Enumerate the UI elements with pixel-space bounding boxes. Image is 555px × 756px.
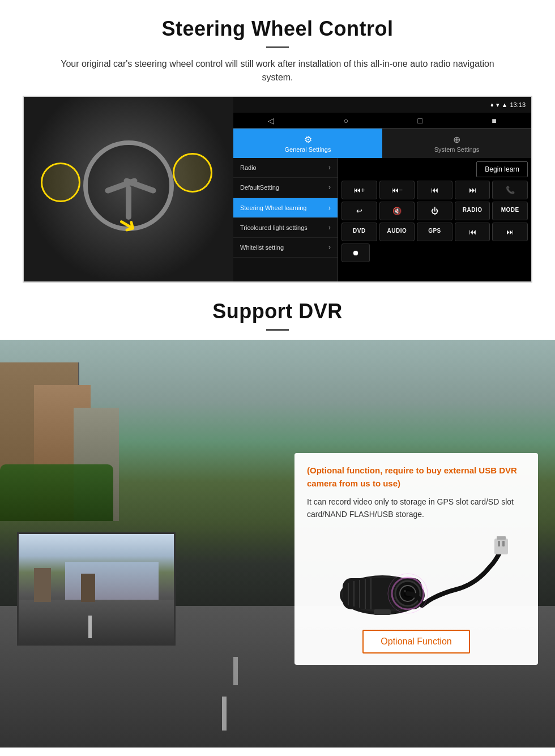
dvr-optional-text: (Optional function, require to buy exter… bbox=[307, 464, 526, 490]
usb-notch-2 bbox=[502, 541, 505, 546]
menu-item-steering-wheel[interactable]: Steering Wheel learning › bbox=[233, 198, 338, 218]
control-row-4: ⏺ bbox=[341, 244, 528, 262]
wifi-icon: ▲ bbox=[502, 101, 508, 108]
menu-nav-icon[interactable]: ■ bbox=[492, 116, 496, 125]
location-icon: ♦ bbox=[490, 101, 494, 108]
status-icons: ♦ ▾ ▲ 13:13 bbox=[490, 101, 526, 109]
menu-default-label: DefaultSetting bbox=[240, 183, 279, 191]
inner-road bbox=[19, 600, 174, 644]
cam-mount bbox=[374, 609, 391, 615]
android-navbar: ◁ ○ □ ■ bbox=[233, 113, 531, 129]
lane-mark-2 bbox=[233, 657, 238, 685]
optional-function-button[interactable]: Optional Function bbox=[362, 630, 469, 654]
android-statusbar: ♦ ▾ ▲ 13:13 bbox=[233, 97, 531, 113]
inner-car-2 bbox=[81, 574, 95, 602]
inner-car bbox=[34, 568, 51, 602]
btn-mute[interactable]: 🔇 bbox=[379, 202, 415, 220]
steering-demo-area: ➜ ♦ ▾ ▲ 13:13 ◁ ○ □ ■ bbox=[23, 96, 532, 283]
menu-item-default-setting[interactable]: DefaultSetting › bbox=[233, 178, 338, 198]
usb-connector bbox=[494, 539, 508, 554]
begin-learn-button[interactable]: Begin learn bbox=[476, 161, 528, 177]
dvr-camera-svg bbox=[320, 533, 513, 618]
steering-wheel-photo: ➜ bbox=[24, 97, 233, 283]
general-settings-icon: ⚙ bbox=[304, 134, 312, 145]
btn-record[interactable]: ⏺ bbox=[341, 244, 370, 262]
settings-menu-list: Radio › DefaultSetting › Steering Wheel … bbox=[233, 158, 338, 281]
dvr-section: Support DVR bbox=[0, 283, 555, 748]
menu-item-tricoloured[interactable]: Tricoloured light settings › bbox=[233, 218, 338, 238]
inner-sky bbox=[65, 562, 158, 600]
android-tabs: ⚙ General Settings ⊕ System Settings bbox=[233, 129, 531, 158]
steering-section: Steering Wheel Control Your original car… bbox=[0, 0, 555, 283]
btn-audio[interactable]: AUDIO bbox=[379, 223, 415, 241]
menu-tricoloured-arrow: › bbox=[328, 224, 331, 232]
usb-plug-tip bbox=[497, 536, 506, 540]
menu-whitelist-label: Whitelist setting bbox=[240, 244, 284, 251]
dvr-info-card: (Optional function, require to buy exter… bbox=[294, 453, 538, 665]
dvr-inner-scene bbox=[19, 534, 174, 644]
menu-default-arrow: › bbox=[328, 183, 331, 191]
btn-phone[interactable]: 📞 bbox=[492, 181, 528, 199]
usb-notch-1 bbox=[498, 541, 500, 546]
foliage-left bbox=[0, 464, 113, 521]
home-nav-icon[interactable]: ○ bbox=[344, 116, 348, 125]
control-row-1: ⏮+ ⏮− ⏮ ⏭ 📞 bbox=[341, 181, 528, 199]
dvr-camera-image bbox=[307, 530, 526, 621]
back-nav-icon[interactable]: ◁ bbox=[268, 116, 274, 125]
menu-radio-arrow: › bbox=[328, 164, 331, 172]
android-main-content: Radio › DefaultSetting › Steering Wheel … bbox=[233, 158, 531, 281]
btn-hangup[interactable]: ↩ bbox=[341, 202, 377, 220]
btn-prev-combo[interactable]: ⏮ bbox=[455, 223, 490, 241]
recent-nav-icon[interactable]: □ bbox=[417, 116, 422, 125]
dvr-background-photo: (Optional function, require to buy exter… bbox=[0, 340, 555, 748]
cam-lens-glint bbox=[404, 590, 406, 592]
dvr-desc-text: It can record video only to storage in G… bbox=[307, 496, 526, 521]
btn-prev-track[interactable]: ⏮ bbox=[417, 181, 452, 199]
menu-item-whitelist[interactable]: Whitelist setting › bbox=[233, 238, 338, 258]
btn-next-combo[interactable]: ⏭ bbox=[492, 223, 528, 241]
control-row-2: ↩ 🔇 ⏻ RADIO MODE bbox=[341, 202, 528, 220]
highlight-circle-right bbox=[173, 153, 212, 193]
begin-learn-row: Begin learn bbox=[341, 161, 528, 177]
btn-power[interactable]: ⏻ bbox=[417, 202, 452, 220]
steering-title: Steering Wheel Control bbox=[23, 17, 532, 41]
menu-steering-arrow: › bbox=[328, 204, 331, 212]
tab-system-label: System Settings bbox=[434, 146, 479, 153]
system-settings-icon: ⊕ bbox=[453, 134, 460, 145]
signal-icon: ▾ bbox=[496, 101, 500, 109]
dvr-preview-photo bbox=[17, 532, 176, 646]
btn-vol-down[interactable]: ⏮− bbox=[379, 181, 415, 199]
tab-general-settings[interactable]: ⚙ General Settings bbox=[233, 129, 382, 158]
menu-radio-label: Radio bbox=[240, 164, 257, 172]
inner-lane bbox=[88, 616, 92, 638]
menu-steering-label: Steering Wheel learning bbox=[240, 204, 306, 212]
optional-function-container: Optional Function bbox=[307, 630, 526, 654]
steering-subtitle: Your original car's steering wheel contr… bbox=[45, 57, 510, 84]
btn-mode[interactable]: MODE bbox=[492, 202, 528, 220]
tab-general-label: General Settings bbox=[285, 146, 331, 153]
lane-mark-1 bbox=[222, 697, 227, 731]
control-row-3: DVD AUDIO GPS ⏮ ⏭ bbox=[341, 223, 528, 241]
android-screen: ♦ ▾ ▲ 13:13 ◁ ○ □ ■ ⚙ General Settings bbox=[233, 97, 531, 281]
highlight-circle-left bbox=[41, 163, 80, 202]
steering-wheel-bg: ➜ bbox=[24, 97, 233, 283]
menu-tricoloured-label: Tricoloured light settings bbox=[240, 224, 308, 232]
btn-vol-up[interactable]: ⏮+ bbox=[341, 181, 377, 199]
btn-dvd[interactable]: DVD bbox=[341, 223, 377, 241]
btn-next-track[interactable]: ⏭ bbox=[455, 181, 490, 199]
tab-system-settings[interactable]: ⊕ System Settings bbox=[382, 129, 531, 158]
btn-gps[interactable]: GPS bbox=[417, 223, 452, 241]
status-time: 13:13 bbox=[510, 101, 526, 108]
dvr-title: Support DVR bbox=[23, 300, 532, 323]
dvr-title-area: Support DVR bbox=[0, 283, 555, 331]
menu-whitelist-arrow: › bbox=[328, 244, 331, 251]
btn-radio[interactable]: RADIO bbox=[455, 202, 490, 220]
steering-control-panel: Begin learn ⏮+ ⏮− ⏮ ⏭ 📞 ↩ 🔇 ⏻ bbox=[338, 158, 531, 281]
title-divider bbox=[266, 46, 289, 48]
dvr-divider bbox=[266, 329, 289, 331]
menu-item-radio[interactable]: Radio › bbox=[233, 158, 338, 178]
